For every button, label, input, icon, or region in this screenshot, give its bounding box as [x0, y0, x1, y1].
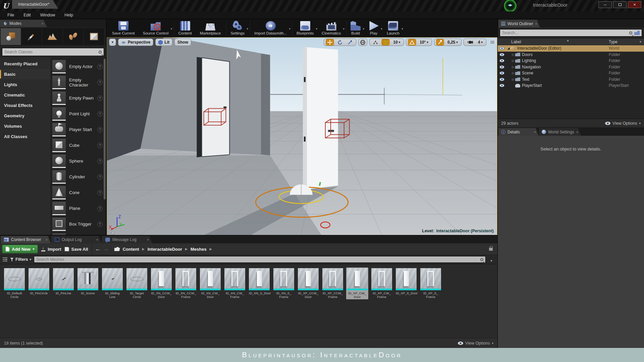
tab-message-log[interactable]: Message Log×: [102, 236, 152, 243]
filters-button[interactable]: Filters ▾: [10, 257, 31, 262]
category-geometry[interactable]: Geometry: [0, 111, 50, 121]
outliner-search-input[interactable]: [502, 31, 627, 35]
scale-snap-value[interactable]: 0,25▾: [446, 39, 460, 46]
asset-id-xp-cw-frame[interactable]: ID_XP_CW_ Frame: [371, 267, 393, 299]
expand-arrow-icon[interactable]: ▷: [511, 53, 515, 56]
close-icon[interactable]: ×: [534, 130, 536, 134]
toolbar-blueprints-button[interactable]: ▾Blueprints: [292, 20, 318, 37]
move-tool-button[interactable]: [326, 39, 334, 46]
back-button[interactable]: ←: [95, 246, 101, 252]
maximize-button[interactable]: [613, 1, 627, 8]
menu-window[interactable]: Window: [36, 12, 59, 18]
close-icon[interactable]: ×: [147, 238, 149, 242]
lit-mode-button[interactable]: Lit: [155, 39, 172, 46]
camera-speed-button[interactable]: [466, 39, 475, 46]
category-lights[interactable]: Lights: [0, 79, 50, 90]
help-icon[interactable]: ?: [97, 206, 103, 211]
add-actor-icon[interactable]: [634, 31, 640, 35]
asset-id-target-circle[interactable]: ID_Target Circle: [126, 267, 148, 299]
placement-item-empty-pawn[interactable]: Empty Pawn?: [52, 90, 105, 106]
close-icon[interactable]: ×: [96, 238, 98, 242]
dropdown-caret-icon[interactable]: ▾: [289, 27, 291, 31]
placement-item-player-start[interactable]: Player Start?: [52, 122, 105, 137]
maximize-viewport-icon[interactable]: [490, 40, 495, 45]
menu-file[interactable]: File: [3, 12, 18, 18]
camera-speed-value[interactable]: 4▾: [476, 39, 484, 46]
dropdown-caret-icon[interactable]: ▾: [363, 27, 365, 31]
rotation-snap-toggle[interactable]: [408, 39, 416, 46]
outliner-row-doors[interactable]: ▷DoorsFolder: [498, 52, 644, 58]
column-label[interactable]: Label: [498, 40, 609, 44]
asset-id-default-circle[interactable]: ID_Default Circle: [3, 267, 25, 299]
asset-id-xn-s-frame[interactable]: ID_XN_S_ Frame: [273, 267, 295, 299]
category-basic[interactable]: Basic: [0, 69, 50, 79]
category-cinematic[interactable]: Cinematic: [0, 90, 50, 100]
grid-snap-toggle[interactable]: [381, 39, 390, 46]
asset-id-xn-cw-door[interactable]: ID_XN_CW_ Door: [199, 267, 221, 299]
world-outliner-tab[interactable]: World Outliner ×: [498, 20, 540, 27]
expand-arrow-icon[interactable]: ▷: [511, 59, 515, 62]
expand-arrow-icon[interactable]: ◢: [506, 47, 511, 50]
outliner-row-scene[interactable]: ▷SceneFolder: [498, 70, 644, 76]
expand-arrow-icon[interactable]: ▷: [511, 65, 515, 69]
help-icon[interactable]: ?: [97, 159, 103, 164]
outliner-view-options[interactable]: View Options ▾: [605, 121, 641, 126]
toolbar-marketplace-button[interactable]: Marketplace: [196, 20, 225, 37]
breadcrumb-interactabledoor[interactable]: InteractableDoor: [148, 247, 182, 252]
toolbar-build-button[interactable]: ▾Build: [346, 20, 365, 37]
save-all-button[interactable]: Save All: [65, 247, 88, 252]
close-icon[interactable]: ×: [576, 130, 578, 134]
menu-edit[interactable]: Edit: [19, 12, 35, 18]
help-icon[interactable]: ?: [97, 143, 103, 148]
visibility-eye-icon[interactable]: [499, 53, 504, 56]
help-icon[interactable]: ?: [97, 127, 103, 132]
tutorial-badge-icon[interactable]: [504, 0, 517, 12]
mode-tool-geometry[interactable]: [84, 28, 104, 45]
asset-id-pincircle[interactable]: ID_PinCircle: [28, 267, 50, 296]
category-volumes[interactable]: Volumes: [0, 121, 50, 131]
expand-arrow-icon[interactable]: ▷: [511, 78, 515, 81]
help-icon[interactable]: ?: [97, 222, 103, 227]
help-icon[interactable]: ?: [97, 111, 103, 117]
search-classes-box[interactable]: [2, 48, 104, 56]
dropdown-caret-icon[interactable]: ▾: [401, 27, 403, 31]
visibility-eye-icon[interactable]: [499, 78, 504, 81]
placement-item-empty-character[interactable]: Empty Character?: [52, 74, 105, 90]
toolbar-launch-button[interactable]: ▾Launch: [383, 20, 404, 37]
help-icon[interactable]: ?: [97, 80, 103, 85]
modes-tab[interactable]: Modes ×: [0, 20, 47, 27]
tab-output-log[interactable]: Output Log×: [51, 236, 102, 243]
placement-item-box-trigger[interactable]: Box Trigger?: [52, 216, 105, 232]
asset-id-xn-ccw-frame[interactable]: ID_XN_CCW_ Frame: [175, 267, 197, 299]
close-button[interactable]: ×: [628, 1, 641, 8]
asset-id-xp-s-frame[interactable]: ID_XP_S_ Frame: [420, 267, 442, 299]
mode-tool-paint[interactable]: [21, 28, 42, 45]
toolbar-settings-button[interactable]: ▾Settings: [226, 20, 249, 37]
toolbar-content-button[interactable]: Content: [174, 20, 196, 37]
scale-tool-button[interactable]: [346, 39, 354, 46]
dropdown-caret-icon[interactable]: ▾: [343, 27, 345, 31]
help-icon[interactable]: ?: [97, 64, 103, 69]
toolbar-cinematics-button[interactable]: ▾Cinematics: [318, 20, 345, 37]
cb-view-options[interactable]: View Options ▾: [458, 341, 493, 346]
help-icon[interactable]: ?: [97, 96, 103, 101]
asset-id-xn-ccw-door[interactable]: ID_XN_CCW_ Door: [150, 267, 172, 299]
mode-tool-foliage[interactable]: [63, 28, 83, 45]
toolbar-save-current-button[interactable]: Save Current: [108, 20, 139, 37]
dropdown-caret-icon[interactable]: ▾: [316, 27, 318, 31]
expand-arrow-icon[interactable]: ▷: [511, 71, 515, 75]
asset-id-sliding-line[interactable]: ID_Sliding Line: [101, 267, 123, 299]
viewport[interactable]: ▼ Perspective Lit Show: [107, 37, 497, 235]
details-tab[interactable]: i Details ×: [498, 128, 539, 136]
placement-item-cone[interactable]: Cone?: [52, 185, 105, 200]
breadcrumb-meshes[interactable]: Meshes: [191, 247, 207, 252]
placement-item-sphere[interactable]: Sphere?: [52, 153, 105, 169]
visibility-eye-icon[interactable]: [499, 65, 504, 69]
search-assets-input[interactable]: [36, 257, 480, 262]
world-settings-tab[interactable]: World Settings ×: [539, 128, 581, 136]
perspective-button[interactable]: Perspective: [118, 39, 153, 46]
viewport-options-button[interactable]: ▼: [109, 39, 116, 46]
world-local-toggle[interactable]: [358, 39, 367, 46]
toolbar-import-datasmith-button[interactable]: ▾Import Datasmith...: [250, 20, 291, 37]
close-icon[interactable]: ×: [535, 22, 537, 26]
